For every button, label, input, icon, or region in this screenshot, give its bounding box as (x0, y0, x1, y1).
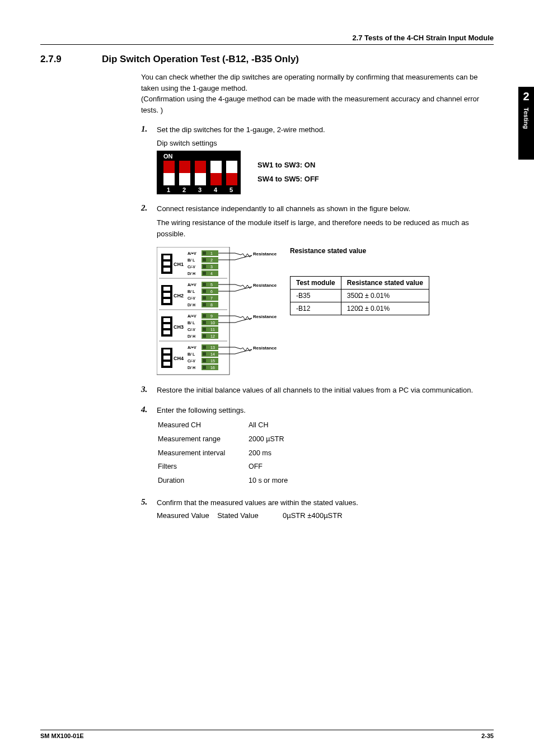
svg-rect-87 (163, 349, 170, 353)
settings-r1v: All CH (249, 419, 288, 432)
settings-r5k: Duration (158, 474, 247, 487)
svg-text:8: 8 (210, 303, 213, 307)
svg-text:B/ L: B/ L (188, 321, 195, 325)
svg-rect-82 (203, 334, 206, 338)
res-h1: Test module (291, 277, 341, 290)
step-5-num: 5. (141, 497, 157, 521)
settings-r5v: 10 s or more (249, 474, 288, 487)
settings-table: Measured CHAll CH Measurement range2000 … (157, 418, 289, 488)
settings-r2v: 2000 µSTR (249, 433, 288, 446)
svg-rect-20 (163, 268, 170, 272)
step-1-text: Set the dip switches for the 1-gauge, 2-… (157, 124, 494, 136)
svg-text:C/-V: C/-V (188, 296, 195, 300)
settings-r4v: OFF (249, 460, 288, 473)
svg-rect-97 (203, 352, 206, 356)
svg-rect-18 (163, 255, 170, 259)
svg-text:A/+V: A/+V (188, 283, 196, 287)
svg-text:A/+V: A/+V (188, 251, 196, 255)
svg-rect-55 (203, 296, 206, 300)
step-4-num: 4. (141, 405, 157, 488)
svg-text:4: 4 (214, 186, 218, 193)
chapter-tab: 2 Testing (518, 87, 534, 160)
chapter-number: 2 (518, 87, 534, 103)
svg-rect-47 (203, 283, 206, 286)
svg-rect-8 (195, 161, 206, 173)
res-h2: Resistance stated value (341, 277, 429, 290)
step-5-line: Measured Value Stated Value 0µSTR ±400µS… (157, 510, 494, 521)
svg-text:5: 5 (229, 186, 233, 193)
step-4-text: Enter the following settings. (157, 405, 494, 416)
section-number: 2.7.9 (40, 54, 102, 65)
svg-rect-19 (163, 262, 170, 265)
svg-text:A/+V: A/+V (188, 346, 196, 349)
svg-text:12: 12 (210, 334, 215, 338)
svg-rect-43 (163, 299, 170, 303)
svg-text:15: 15 (210, 359, 215, 363)
svg-text:3: 3 (210, 265, 213, 269)
svg-text:10: 10 (210, 321, 215, 325)
svg-text:D/ H: D/ H (188, 303, 195, 307)
wiring-diagram: CH1A/+V1B/ L2C/-V3D/ H4ResistanceCH2A/+V… (157, 247, 280, 376)
svg-text:Resistance: Resistance (253, 283, 277, 288)
svg-text:CH2: CH2 (174, 293, 184, 298)
svg-text:13: 13 (210, 346, 215, 349)
step-2-text: Connect resistance independantly to all … (157, 203, 494, 214)
svg-rect-6 (163, 161, 175, 173)
svg-text:2: 2 (182, 186, 186, 193)
res-r1c1: -B35 (291, 290, 341, 302)
svg-rect-64 (163, 318, 170, 322)
svg-rect-9 (210, 173, 222, 185)
chapter-title: Testing (523, 108, 530, 129)
svg-text:4: 4 (210, 272, 213, 276)
svg-text:9: 9 (210, 314, 213, 318)
svg-rect-88 (163, 356, 170, 360)
settings-r2k: Measurement range (158, 433, 247, 446)
svg-rect-51 (203, 290, 206, 293)
dip-line2: SW4 to SW5: OFF (257, 172, 319, 186)
svg-text:1: 1 (167, 186, 170, 193)
svg-text:CH3: CH3 (174, 324, 184, 330)
svg-rect-42 (163, 293, 170, 297)
svg-text:CH1: CH1 (174, 262, 184, 267)
dip-switch-diagram: ON 1 2 3 4 5 (157, 151, 241, 194)
svg-text:B/ L: B/ L (188, 258, 195, 262)
svg-text:1: 1 (210, 251, 213, 255)
res-r1c2: 350Ω ± 0.01% (341, 290, 429, 302)
section-title: Dip Switch Operation Test (-B12, -B35 On… (102, 54, 299, 65)
footer-left: SM MX100-01E (40, 732, 84, 739)
svg-text:D/ H: D/ H (188, 366, 195, 370)
step-5-text: Confirm that the measured values are wit… (157, 497, 494, 508)
svg-rect-36 (203, 272, 206, 275)
svg-rect-10 (226, 173, 237, 185)
res-r2c2: 120Ω ± 0.01% (341, 302, 429, 315)
resistance-table: Test module Resistance stated value -B35… (290, 276, 429, 315)
settings-r1k: Measured CH (158, 419, 247, 432)
svg-rect-93 (203, 346, 206, 349)
settings-r3k: Measurement interval (158, 447, 247, 460)
svg-text:C/-V: C/-V (188, 328, 195, 332)
svg-text:Resistance: Resistance (253, 314, 277, 319)
svg-text:2: 2 (210, 258, 213, 262)
step-3-text: Restore the initial balance values of al… (157, 385, 494, 396)
step-3-num: 3. (141, 385, 157, 396)
intro-p2: (Confirmation using the 4-gauge method c… (141, 94, 494, 115)
svg-text:3: 3 (198, 186, 202, 193)
svg-rect-101 (203, 359, 206, 362)
svg-text:B/ L: B/ L (188, 352, 195, 356)
svg-rect-78 (203, 328, 206, 331)
dip-on-label: ON (163, 153, 173, 160)
svg-rect-28 (203, 258, 206, 262)
svg-text:7: 7 (210, 296, 213, 300)
svg-rect-24 (203, 251, 206, 255)
page-header: 2.7 Tests of the 4-CH Strain Input Modul… (40, 34, 494, 45)
res-table-caption: Resistance stated value (290, 247, 429, 255)
dip-line1: SW1 to SW3: ON (257, 158, 319, 172)
svg-rect-89 (163, 362, 170, 366)
svg-text:CH4: CH4 (174, 356, 184, 361)
svg-text:Resistance: Resistance (253, 346, 277, 351)
svg-text:6: 6 (210, 290, 213, 293)
svg-text:D/ H: D/ H (188, 334, 195, 338)
svg-text:14: 14 (210, 352, 215, 356)
dip-settings-label: Dip switch settings (157, 139, 494, 147)
step-2-text2: The wiring resistance of the module itse… (157, 217, 494, 239)
